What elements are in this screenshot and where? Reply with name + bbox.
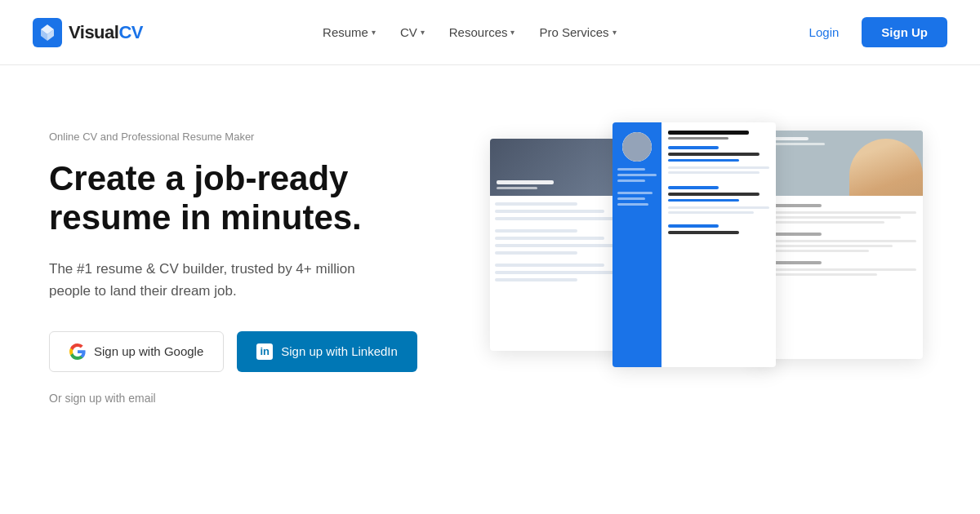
resume-preview-2: [612, 122, 776, 367]
sidebar-line: [617, 192, 653, 194]
card2-desc: [668, 166, 769, 174]
nav-pro-services[interactable]: Pro Services ▾: [529, 19, 626, 46]
card1-line: [495, 271, 632, 274]
card1-title-line: [497, 187, 537, 189]
card3-content: [758, 211, 916, 224]
sidebar-line: [617, 197, 645, 200]
card1-line: [495, 278, 577, 281]
signup-button[interactable]: Sign Up: [862, 17, 947, 47]
chevron-down-icon: ▾: [372, 28, 376, 37]
google-btn-label: Sign up with Google: [94, 344, 203, 358]
card1-line: [495, 264, 604, 267]
card2-company: [668, 159, 739, 162]
logo-text: VisualCV: [69, 22, 143, 43]
sidebar-line: [617, 174, 657, 176]
card1-line: [495, 251, 577, 255]
nav-pro-services-label: Pro Services: [539, 25, 608, 39]
nav-resources[interactable]: Resources ▾: [439, 19, 525, 46]
card1-line: [495, 217, 632, 220]
hero-subtitle: Online CV and Professional Resume Maker: [49, 131, 457, 143]
card1-line: [495, 244, 632, 247]
card1-name-block: [497, 180, 554, 189]
hero-headline: Create a job-ready resume in minutes.: [49, 159, 457, 238]
card1-line: [495, 237, 604, 240]
google-icon: [69, 343, 86, 360]
sidebar-line: [617, 168, 645, 171]
card2-section-bar-2: [668, 186, 719, 189]
sidebar-line: [617, 179, 645, 182]
card2-section-bar-3: [668, 224, 719, 228]
google-signup-button[interactable]: Sign up with Google: [49, 331, 224, 372]
linkedin-signup-button[interactable]: in Sign up with LinkedIn: [237, 331, 417, 372]
card2-desc-2: [668, 206, 769, 214]
header-actions: Login Sign Up: [796, 17, 947, 47]
card2-name-block: [668, 131, 769, 140]
resume-preview-3: [751, 131, 923, 359]
avatar: [622, 132, 652, 162]
card1-line: [495, 202, 577, 206]
chevron-down-icon: ▾: [612, 28, 617, 37]
logo[interactable]: VisualCV: [33, 18, 143, 47]
card3-content-3: [758, 268, 916, 276]
card2-subtitle-line: [668, 137, 728, 140]
header: VisualCV Resume ▾ CV ▾ Resources ▾ Pro S…: [0, 0, 980, 65]
nav-resume[interactable]: Resume ▾: [313, 19, 385, 46]
linkedin-btn-label: Sign up with LinkedIn: [281, 344, 398, 358]
linkedin-icon: in: [256, 343, 273, 360]
email-signup-link[interactable]: Or sign up with email: [49, 392, 457, 405]
resume-previews: [490, 114, 947, 481]
card2-section-bar: [668, 146, 719, 149]
card3-header: [751, 131, 923, 196]
nav-cv[interactable]: CV ▾: [390, 19, 434, 46]
card2-avatar: [622, 132, 652, 162]
card2-job-title-3: [668, 231, 739, 234]
card2-inner: [612, 122, 776, 367]
logo-icon: [33, 18, 62, 47]
card2-sidebar: [612, 122, 662, 367]
hero-description: The #1 resume & CV builder, trusted by 4…: [49, 258, 359, 302]
nav-cv-label: CV: [400, 25, 417, 39]
login-button[interactable]: Login: [796, 19, 853, 46]
card3-body: [751, 196, 923, 286]
card2-name-line: [668, 131, 749, 135]
main-content: Online CV and Professional Resume Maker …: [0, 65, 980, 514]
card1-line: [495, 210, 604, 213]
nav-resources-label: Resources: [449, 25, 508, 39]
sidebar-line: [617, 203, 648, 206]
main-nav: Resume ▾ CV ▾ Resources ▾ Pro Services ▾: [313, 19, 626, 46]
nav-resume-label: Resume: [323, 25, 368, 39]
cta-buttons: Sign up with Google in Sign up with Link…: [49, 331, 457, 372]
chevron-down-icon: ▾: [421, 28, 425, 37]
hero-left: Online CV and Professional Resume Maker …: [49, 114, 457, 405]
card3-photo: [849, 131, 923, 196]
card2-main: [662, 122, 776, 367]
card2-job-title: [668, 153, 760, 156]
card1-line: [495, 229, 577, 233]
card3-content-2: [758, 240, 916, 252]
card2-company-2: [668, 199, 739, 202]
card2-job-title-2: [668, 193, 760, 196]
card1-name-line: [497, 180, 554, 184]
chevron-down-icon: ▾: [510, 28, 514, 37]
